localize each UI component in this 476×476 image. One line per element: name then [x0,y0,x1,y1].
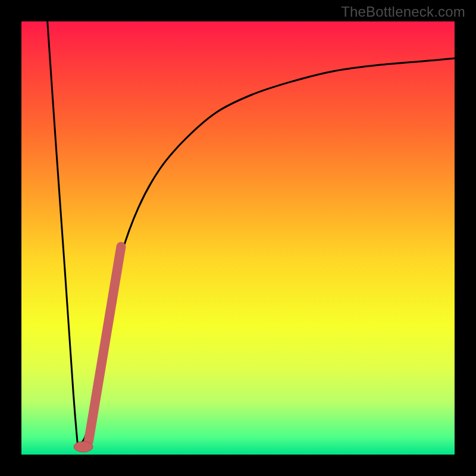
chart-svg [21,21,455,455]
minimum-marker [74,441,93,452]
chart-plot-area [21,21,455,455]
curve-right [78,58,455,446]
highlight-segment [89,247,121,442]
curve-left [48,21,78,446]
outer-frame: TheBottleneck.com [0,0,476,476]
watermark-text: TheBottleneck.com [341,4,465,20]
